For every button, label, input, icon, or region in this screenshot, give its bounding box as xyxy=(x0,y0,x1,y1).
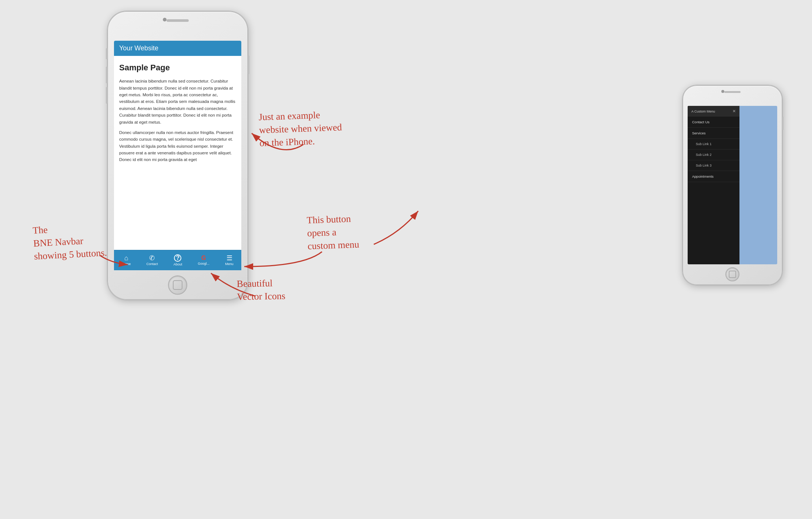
screen-large: Your Website Sample Page Aenean lacinia … xyxy=(114,41,241,270)
nav-item-about[interactable]: ? About xyxy=(174,254,182,266)
nav-label-about: About xyxy=(174,262,182,266)
body-paragraph-2: Donec ullamcorper nulla non metus auctor… xyxy=(119,129,236,163)
annotation-vector-icons: BeautifulVector Icons xyxy=(236,277,285,303)
menu-title: A Custom Menu xyxy=(691,110,715,113)
home-button-small[interactable] xyxy=(725,267,739,281)
annotation-navbar: TheBNE Navbarshowing 5 buttons. xyxy=(32,220,107,263)
screen-small: A Custom Menu ✕ Contact Us Services Sub … xyxy=(688,106,777,264)
menu-item-sub-link-1[interactable]: Sub Link 1 xyxy=(688,139,739,150)
page-title: Sample Page xyxy=(119,61,236,74)
menu-close-button[interactable]: ✕ xyxy=(732,109,736,114)
annotation-example-website: Just an examplewebsite when viewedon the… xyxy=(258,108,342,150)
nav-label-home: Home xyxy=(122,262,131,266)
vol-up-button-large xyxy=(106,67,107,83)
website-title: Your Website xyxy=(119,44,158,52)
menu-overlay: A Custom Menu ✕ Contact Us Services Sub … xyxy=(688,106,777,264)
screen-content: Sample Page Aenean lacinia bibendum null… xyxy=(114,56,241,252)
menu-item-sub-link-3[interactable]: Sub Link 3 xyxy=(688,160,739,171)
annotation-custom-menu: This buttonopens acustom menu xyxy=(306,212,359,253)
speaker-large xyxy=(167,19,189,22)
camera-large xyxy=(163,18,167,21)
about-icon: ? xyxy=(174,254,181,262)
menu-item-contact-us[interactable]: Contact Us xyxy=(688,117,739,128)
camera-small xyxy=(721,90,724,93)
menu-item-services[interactable]: Services xyxy=(688,128,739,139)
menu-header: A Custom Menu ✕ xyxy=(688,106,739,117)
power-button-large xyxy=(248,56,249,74)
nav-item-contact[interactable]: ✆ Contact xyxy=(146,255,158,266)
nav-label-contact: Contact xyxy=(146,262,158,266)
menu-item-sub-link-2[interactable]: Sub Link 2 xyxy=(688,150,739,160)
iphone-small: A Custom Menu ✕ Contact Us Services Sub … xyxy=(682,85,782,285)
nav-label-google: Googl... xyxy=(198,262,210,265)
home-icon: ⌂ xyxy=(124,255,128,261)
speaker-small xyxy=(724,91,741,93)
nav-item-home[interactable]: ⌂ Home xyxy=(122,255,131,266)
nav-item-menu[interactable]: ☰ Menu xyxy=(225,255,234,266)
iphone-large: Your Website Sample Page Aenean lacinia … xyxy=(107,11,248,300)
bottom-navbar: ⌂ Home ✆ Contact ? About G Googl... ☰ Me… xyxy=(114,250,241,270)
google-icon: G xyxy=(201,255,206,261)
nav-label-menu: Menu xyxy=(225,262,234,266)
mute-button-large xyxy=(106,48,107,59)
custom-menu-sidebar: A Custom Menu ✕ Contact Us Services Sub … xyxy=(688,106,739,264)
vol-down-button-large xyxy=(106,87,107,104)
power-button-small xyxy=(782,117,784,130)
home-button-large[interactable] xyxy=(168,275,187,295)
menu-item-appointments[interactable]: Appointments xyxy=(688,171,739,182)
body-paragraph-1: Aenean lacinia bibendum nulla sed consec… xyxy=(119,78,236,125)
screen-header: Your Website xyxy=(114,41,241,56)
menu-icon: ☰ xyxy=(227,255,232,261)
nav-item-google[interactable]: G Googl... xyxy=(198,255,210,265)
menu-overlay-background xyxy=(739,106,777,264)
contact-icon: ✆ xyxy=(149,255,155,261)
